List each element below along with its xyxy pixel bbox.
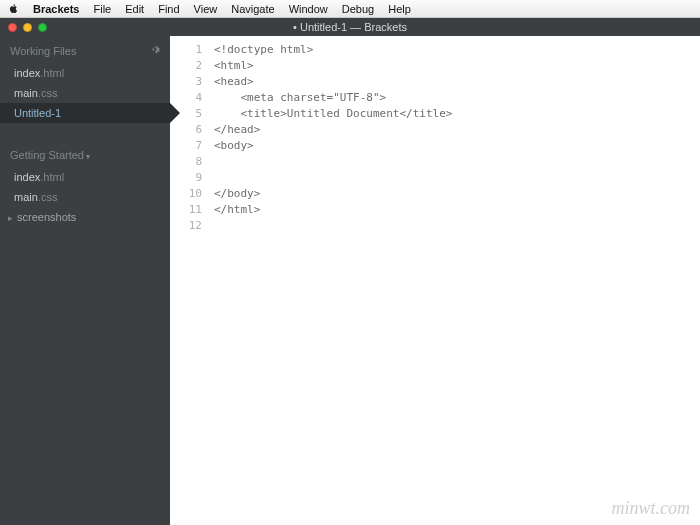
close-window-button[interactable] — [8, 23, 17, 32]
project-file-item[interactable]: main.css — [0, 187, 170, 207]
minimize-window-button[interactable] — [23, 23, 32, 32]
working-file-item[interactable]: index.html — [0, 63, 170, 83]
menu-help[interactable]: Help — [388, 3, 411, 15]
menu-debug[interactable]: Debug — [342, 3, 374, 15]
window-title: • Untitled-1 — Brackets — [0, 21, 700, 33]
code-editor[interactable]: 123456789101112 <!doctype html><html><he… — [170, 36, 700, 525]
menu-file[interactable]: File — [93, 3, 111, 15]
os-menubar: Brackets File Edit Find View Navigate Wi… — [0, 0, 700, 18]
zoom-window-button[interactable] — [38, 23, 47, 32]
project-header[interactable]: Getting Started — [0, 141, 170, 167]
menu-window[interactable]: Window — [289, 3, 328, 15]
gear-icon[interactable] — [149, 44, 160, 57]
project-folder-item[interactable]: screenshots — [0, 207, 170, 227]
sidebar: Working Files index.htmlmain.cssUntitled… — [0, 36, 170, 525]
menubar-app-name[interactable]: Brackets — [33, 3, 79, 15]
traffic-lights — [0, 23, 47, 32]
working-files-label: Working Files — [10, 45, 76, 57]
menu-edit[interactable]: Edit — [125, 3, 144, 15]
working-files-header: Working Files — [0, 36, 170, 63]
apple-logo-icon[interactable] — [8, 3, 19, 14]
code-area[interactable]: <!doctype html><html><head> <meta charse… — [214, 42, 700, 525]
project-label: Getting Started — [10, 149, 90, 161]
menu-view[interactable]: View — [194, 3, 218, 15]
menu-find[interactable]: Find — [158, 3, 179, 15]
working-file-item[interactable]: main.css — [0, 83, 170, 103]
window-titlebar: • Untitled-1 — Brackets — [0, 18, 700, 36]
working-file-item[interactable]: Untitled-1 — [0, 103, 170, 123]
menu-navigate[interactable]: Navigate — [231, 3, 274, 15]
project-file-item[interactable]: index.html — [0, 167, 170, 187]
